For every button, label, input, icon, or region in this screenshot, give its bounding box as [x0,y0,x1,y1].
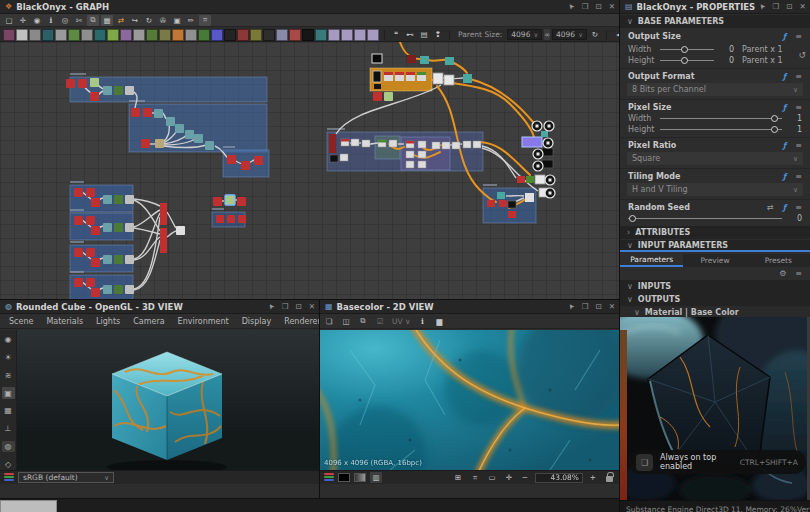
zoom-level-input[interactable] [535,473,583,483]
warp-node-icon[interactable] [120,29,132,41]
save-image-icon[interactable]: ◫ [340,316,352,327]
width-slider[interactable] [660,44,714,55]
pin-icon[interactable]: ➤ [757,1,768,11]
environment-icon[interactable]: ≋ [2,370,15,382]
rotate-icon[interactable]: ↻ [143,15,155,26]
close-icon[interactable]: ✕ [309,302,315,311]
node-graph-svg[interactable] [0,42,620,300]
view2d-viewport[interactable]: 4096 x 4096 (RGBA, 16bpc) [320,330,620,470]
float-window-icon[interactable]: ❐ [582,2,589,11]
options-menu-icon[interactable]: ≡ [795,72,802,81]
pixel-ratio-select[interactable]: Square ∨ [627,152,803,165]
options-menu-icon[interactable]: ≡ [795,172,802,181]
pixel-ruler-icon[interactable]: ⌗ [469,472,481,483]
light-icon[interactable]: ☀ [2,352,15,364]
copy-image-icon[interactable]: ⧉ [357,316,369,327]
blur-node-icon[interactable] [29,29,41,41]
color-wheel-node-icon[interactable] [211,29,223,41]
function-icon[interactable]: ƒ [783,203,786,212]
float-window-icon[interactable]: ❐ [582,302,589,311]
gradient-node-icon[interactable] [68,29,80,41]
view3d-titlebar[interactable]: ◍ Rounded Cube - OpenGL - 3D VIEW ➤ ❐ ⊡ … [0,300,320,314]
parent-size-height-combo[interactable]: 4096 ∨ [552,29,587,40]
reset-size-icon[interactable]: ↻ [589,29,601,40]
fit-view-icon[interactable]: ▭ [486,472,498,483]
pin-icon[interactable]: ➤ [266,301,277,311]
zoom-out-button[interactable]: − [519,472,531,483]
dashed-node-icon[interactable] [276,29,288,41]
levels-node-icon[interactable] [16,29,28,41]
grid-node-icon[interactable] [133,29,145,41]
gear-icon[interactable]: ⚙ [779,269,786,278]
shuffle-node-icon[interactable] [55,29,67,41]
tools-icon[interactable]: ✇ [157,15,169,26]
channels-icon[interactable]: ▥ [370,472,382,483]
options-menu-icon[interactable]: ≡ [795,32,802,41]
transform2-node-icon[interactable] [341,29,353,41]
menu-scene[interactable]: Scene [9,317,33,326]
transform3-node-icon[interactable] [354,29,366,41]
section-outputs[interactable]: ∨ OUTPUTS [620,293,810,306]
camera-icon[interactable]: ◉ [2,334,15,346]
section-input-parameters[interactable]: ∨ INPUT PARAMETERS [620,240,810,252]
value-node-icon[interactable] [224,29,236,41]
curve-black-node-icon[interactable] [302,29,314,41]
transform4-node-icon[interactable] [367,29,379,41]
view3d-viewport[interactable] [17,330,320,470]
zoom-icon[interactable]: ◎ [59,15,71,26]
tile-teal-node-icon[interactable] [315,29,327,41]
width-slider[interactable] [660,113,782,124]
maximize-icon[interactable]: ⊡ [595,302,601,311]
tile-node-icon[interactable] [94,29,106,41]
tab-presets[interactable]: Presets [747,254,810,267]
menu-camera[interactable]: Camera [133,317,164,326]
function-icon[interactable]: ƒ [783,72,786,81]
pin-node-icon[interactable]: ⊷ [404,29,416,40]
pin-icon[interactable]: ➤ [566,301,577,311]
uv-select[interactable]: UV ∨ [391,316,412,327]
zoom-in-button[interactable]: + [587,472,599,483]
graph-view-icon[interactable]: ⧉ [87,15,99,26]
info-icon[interactable]: ℹ [417,316,429,327]
section-inputs[interactable]: ∨ INPUTS [620,280,810,293]
pan-view-icon[interactable]: ✛ [503,472,515,483]
output-format-select[interactable]: 8 Bits per Channel ∨ [627,83,803,96]
pyramid-node-icon[interactable] [198,29,210,41]
properties-titlebar[interactable]: ▤ BlackOnyx - PROPERTIES ➤ ❐ ⊡ ✕ [620,0,810,14]
pin-icon[interactable]: ➤ [566,1,577,11]
list-icon[interactable]: ≡ [795,269,802,278]
clouds-node-icon[interactable] [159,29,171,41]
info-icon[interactable]: ℹ [45,15,57,26]
menu-materials[interactable]: Materials [46,317,83,326]
section-attributes[interactable]: › ATTRIBUTES [620,226,810,239]
splatter-node-icon[interactable] [172,29,184,41]
slope-blur-node-icon[interactable] [107,29,119,41]
shuffle-icon[interactable]: ⇄ [767,203,774,212]
menu-environment[interactable]: Environment [178,317,229,326]
image-node-icon[interactable]: ▣ [171,15,183,26]
maximize-icon[interactable]: ⊡ [595,2,601,11]
noise-node-icon[interactable] [146,29,158,41]
function-icon[interactable]: ƒ [783,103,786,112]
grid-icon[interactable]: ⊞ [452,472,464,483]
uniform-color-node-icon[interactable] [3,29,15,41]
thumbnails-icon[interactable]: ▦ [101,15,113,26]
lock-icon[interactable] [606,476,613,482]
parent-size-width-combo[interactable]: 4096 ∨ [507,29,542,40]
frame-node-icon[interactable]: ▤ [418,29,430,40]
close-icon[interactable]: ✕ [609,302,615,311]
comment-icon[interactable]: ❝ [390,29,402,40]
link-create-icon[interactable]: ⇄ [115,15,127,26]
float-window-icon[interactable]: ❐ [773,2,780,11]
height-slider[interactable] [660,124,782,135]
cut-links-icon[interactable]: ✄ [73,15,85,26]
link-size-icon[interactable]: ∞ [544,29,550,40]
colorspace-select[interactable]: sRGB (default) ∨ [18,472,114,483]
node-graph-canvas[interactable] [0,42,620,300]
sync-size-icon[interactable]: ↺ [798,50,806,60]
checker-icon[interactable]: ▦ [2,405,15,417]
output-preview-image[interactable]: ❑ Always on top enabled CTRL+SHIFT+A [620,317,810,500]
height-slider[interactable] [660,55,714,66]
maximize-icon[interactable]: ⊡ [786,2,792,11]
float-window-icon[interactable]: ❐ [282,302,289,311]
